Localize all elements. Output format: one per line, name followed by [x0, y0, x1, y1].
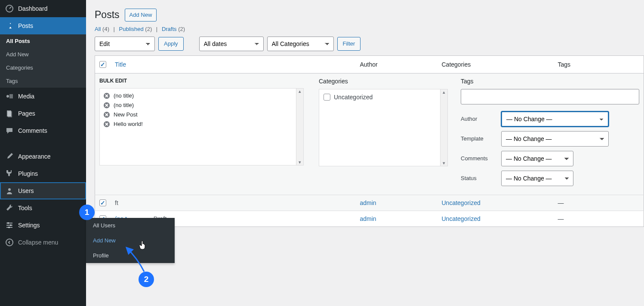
- select-all-checkbox[interactable]: [99, 61, 106, 68]
- sidebar-label: Media: [18, 93, 34, 100]
- filter-button[interactable]: Filter: [337, 37, 361, 51]
- svg-point-4: [8, 188, 11, 191]
- cursor-hand-icon: [139, 241, 146, 251]
- bulk-edit-label: BULK EDIT: [99, 78, 310, 84]
- author-link[interactable]: admin: [360, 199, 376, 206]
- svg-point-1: [6, 95, 9, 98]
- author-link[interactable]: admin: [360, 215, 376, 222]
- subnav-categories[interactable]: Categories: [0, 61, 86, 74]
- subnav-all-posts[interactable]: All Posts: [0, 34, 86, 48]
- sidebar-item-comments[interactable]: Comments: [0, 122, 86, 139]
- svg-point-8: [7, 222, 9, 224]
- flyout-all-users[interactable]: All Users: [86, 218, 175, 233]
- column-author: Author: [356, 55, 438, 73]
- subnav-add-new[interactable]: Add New: [0, 48, 86, 61]
- column-title[interactable]: Title: [111, 55, 356, 73]
- bulk-tags-input[interactable]: [461, 89, 639, 104]
- sidebar-item-settings[interactable]: Settings: [0, 217, 86, 234]
- date-filter-select[interactable]: All dates: [199, 37, 264, 51]
- flyout-profile[interactable]: Profile: [86, 248, 175, 263]
- sidebar-label: Pages: [18, 110, 35, 117]
- users-flyout: All Users Add New Profile: [86, 218, 175, 263]
- brush-icon: [5, 152, 14, 161]
- user-icon: [5, 187, 14, 195]
- remove-icon[interactable]: [103, 92, 110, 99]
- filter-published-link[interactable]: Published: [119, 26, 144, 32]
- bulk-item: (no title): [103, 101, 300, 110]
- svg-rect-3: [8, 111, 12, 117]
- collapse-icon: [5, 238, 14, 247]
- bulk-template-select[interactable]: — No Change —: [501, 131, 609, 147]
- bulk-comments-label: Comments: [461, 155, 501, 162]
- apply-button[interactable]: Apply: [158, 37, 184, 51]
- sidebar-item-posts[interactable]: Posts: [0, 17, 86, 34]
- category-link[interactable]: Uncategorized: [442, 199, 481, 206]
- column-tags: Tags: [554, 55, 644, 73]
- dashboard-icon: [5, 4, 14, 13]
- bulk-status-label: Status: [461, 175, 501, 181]
- row-checkbox[interactable]: [99, 199, 106, 206]
- bulk-author-label: Author: [461, 116, 501, 122]
- callout-one: 1: [79, 205, 95, 220]
- plug-icon: [5, 169, 14, 178]
- remove-icon[interactable]: [103, 111, 110, 118]
- filter-drafts-link[interactable]: Drafts: [162, 26, 177, 32]
- posts-subnav: All Posts Add New Categories Tags: [0, 34, 86, 88]
- column-categories: Categories: [438, 55, 554, 73]
- bulk-template-label: Template: [461, 135, 501, 142]
- sidebar-item-pages[interactable]: Pages: [0, 105, 86, 122]
- remove-icon[interactable]: [103, 102, 110, 109]
- scrollbar[interactable]: ▴▾: [440, 89, 447, 166]
- media-icon: [5, 92, 14, 101]
- bulk-item: Hello world!: [103, 119, 300, 129]
- page-title: Posts: [95, 9, 120, 21]
- bulk-categories-list: Uncategorized ▴▾: [319, 89, 448, 166]
- sidebar-label: Comments: [18, 127, 47, 134]
- sidebar-label: Collapse menu: [18, 239, 58, 246]
- sidebar-label: Tools: [18, 205, 32, 211]
- category-filter-select[interactable]: All Categories: [267, 37, 334, 51]
- bulk-comments-select[interactable]: — No Change —: [501, 151, 573, 166]
- sidebar-item-users[interactable]: Users: [0, 182, 86, 199]
- category-uncategorized[interactable]: Uncategorized: [324, 94, 443, 101]
- svg-point-10: [8, 226, 10, 228]
- sidebar-item-media[interactable]: Media: [0, 88, 86, 105]
- bulk-item: (no title): [103, 91, 300, 101]
- svg-point-9: [10, 224, 12, 226]
- table-row: ft admin Uncategorized —: [95, 195, 644, 211]
- svg-point-11: [6, 239, 13, 246]
- sidebar-label: Posts: [18, 22, 33, 29]
- checkbox[interactable]: [324, 94, 330, 101]
- sidebar-label: Users: [18, 187, 34, 194]
- subnav-tags[interactable]: Tags: [0, 74, 86, 88]
- bulk-status-select[interactable]: — No Change —: [501, 171, 573, 186]
- sidebar-item-appearance[interactable]: Appearance: [0, 148, 86, 165]
- sidebar-collapse-menu[interactable]: Collapse menu: [0, 234, 86, 251]
- sidebar-item-tools[interactable]: Tools: [0, 199, 86, 217]
- bulk-tags-label: Tags: [461, 78, 639, 85]
- bulk-posts-list: (no title) (no title) New Post Hello wor…: [99, 88, 304, 165]
- category-link[interactable]: Uncategorized: [442, 215, 481, 222]
- table-row: (no t — Draft admin Uncategorized —: [95, 211, 644, 226]
- admin-sidebar: Dashboard Posts All Posts Add New Catego…: [0, 0, 86, 306]
- sidebar-label: Settings: [18, 222, 40, 229]
- pages-icon: [5, 109, 14, 118]
- scrollbar[interactable]: ▴▾: [296, 89, 303, 165]
- sidebar-label: Dashboard: [18, 5, 48, 12]
- sliders-icon: [5, 221, 14, 230]
- bulk-item: New Post: [103, 110, 300, 119]
- comments-icon: [5, 126, 14, 135]
- bulk-categories-label: Categories: [319, 78, 452, 85]
- pin-icon: [5, 21, 14, 30]
- sidebar-label: Appearance: [18, 153, 51, 160]
- filter-all-link[interactable]: All: [95, 26, 101, 32]
- status-filter: All (4) | Published (2) | Drafts (2): [86, 26, 644, 37]
- bulk-author-select[interactable]: — No Change —: [501, 111, 609, 127]
- remove-icon[interactable]: [103, 121, 110, 128]
- sidebar-label: Plugins: [18, 170, 38, 177]
- bulk-action-select[interactable]: Edit: [95, 37, 155, 51]
- flyout-add-new[interactable]: Add New: [86, 233, 175, 248]
- sidebar-item-plugins[interactable]: Plugins: [0, 165, 86, 182]
- add-new-button[interactable]: Add New: [125, 9, 157, 21]
- sidebar-item-dashboard[interactable]: Dashboard: [0, 0, 86, 17]
